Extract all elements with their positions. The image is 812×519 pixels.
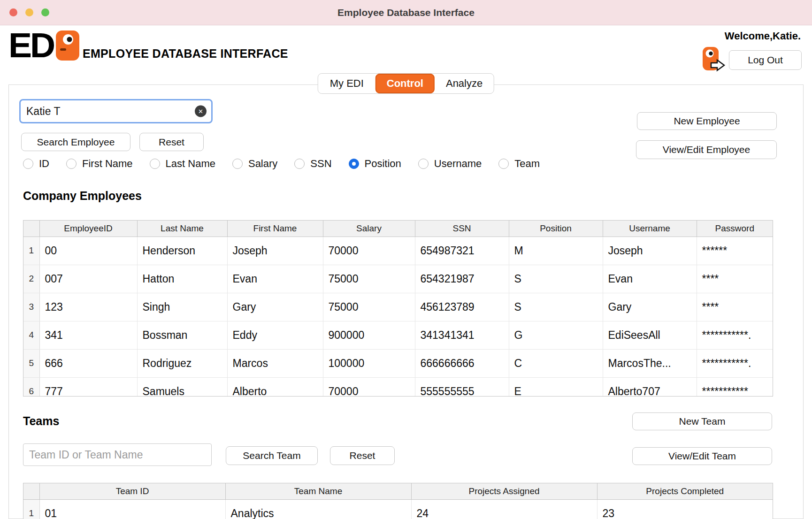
radio-label: Team bbox=[514, 158, 540, 170]
radio-position[interactable]: Position bbox=[349, 158, 401, 170]
radio-circle-icon bbox=[232, 159, 243, 169]
table-cell: 75000 bbox=[323, 293, 415, 321]
table-cell: 341 bbox=[39, 321, 137, 349]
column-header[interactable]: Last Name bbox=[137, 221, 227, 237]
search-team-button[interactable]: Search Team bbox=[226, 446, 318, 465]
table-row[interactable]: 4341BossmanEddy900000341341341GEdiSeesAl… bbox=[23, 321, 773, 349]
column-header[interactable]: Username bbox=[603, 221, 697, 237]
table-row[interactable]: 3123SinghGary75000456123789SGary**** bbox=[23, 293, 773, 321]
table-row[interactable]: 5666RodriguezMarcos100000666666666CMarco… bbox=[23, 349, 773, 377]
table-cell: 654321987 bbox=[415, 265, 509, 293]
column-header[interactable]: Password bbox=[697, 221, 773, 237]
column-header[interactable]: SSN bbox=[415, 221, 509, 237]
table-cell: 666666666 bbox=[415, 349, 509, 377]
employees-heading: Company Employees bbox=[23, 189, 142, 203]
radio-label: First Name bbox=[82, 158, 133, 170]
minimize-button[interactable] bbox=[25, 8, 33, 16]
radio-ssn[interactable]: SSN bbox=[294, 158, 331, 170]
tab-my-edi[interactable]: My EDI bbox=[318, 74, 375, 93]
table-cell: G bbox=[509, 321, 603, 349]
row-number: 1 bbox=[23, 237, 39, 265]
search-employee-button[interactable]: Search Employee bbox=[21, 133, 130, 151]
table-cell: 24 bbox=[411, 499, 597, 519]
clear-search-icon[interactable]: ✕ bbox=[195, 106, 207, 117]
new-team-button[interactable]: New Team bbox=[632, 412, 772, 430]
radio-last-name[interactable]: Last Name bbox=[150, 158, 215, 170]
table-cell: 666 bbox=[39, 349, 137, 377]
teams-table: Team IDTeam NameProjects AssignedProject… bbox=[23, 483, 773, 519]
table-cell: 75000 bbox=[323, 265, 415, 293]
radio-label: SSN bbox=[310, 158, 331, 170]
new-employee-button[interactable]: New Employee bbox=[637, 112, 777, 130]
reset-team-button[interactable]: Reset bbox=[330, 446, 395, 465]
table-cell: 70000 bbox=[323, 377, 415, 397]
radio-label: Last Name bbox=[166, 158, 215, 170]
table-cell: C bbox=[509, 349, 603, 377]
column-header[interactable]: Team Name bbox=[225, 483, 411, 499]
radio-salary[interactable]: Salary bbox=[232, 158, 277, 170]
radio-team[interactable]: Team bbox=[498, 158, 540, 170]
table-cell: Evan bbox=[227, 265, 323, 293]
employee-search-input[interactable] bbox=[19, 99, 213, 123]
column-header[interactable]: Team ID bbox=[39, 483, 225, 499]
column-header[interactable]: Position bbox=[509, 221, 603, 237]
table-cell: Alberto bbox=[227, 377, 323, 397]
table-cell: **** bbox=[697, 293, 773, 321]
tab-analyze[interactable]: Analyze bbox=[435, 74, 494, 93]
row-number-header bbox=[23, 483, 39, 499]
row-number: 6 bbox=[23, 377, 39, 397]
edi-robot-arrow-icon bbox=[702, 46, 726, 74]
table-cell: 777 bbox=[39, 377, 137, 397]
app-logo: ED bbox=[8, 28, 80, 63]
view-edit-employee-button[interactable]: View/Edit Employee bbox=[636, 140, 777, 159]
radio-circle-icon bbox=[23, 159, 33, 169]
table-cell: S bbox=[509, 265, 603, 293]
column-header[interactable]: EmployeeID bbox=[39, 221, 137, 237]
radio-first-name[interactable]: First Name bbox=[66, 158, 133, 170]
window-title: Employee Database Interface bbox=[337, 7, 475, 18]
table-row[interactable]: 101Analytics2423 bbox=[23, 499, 773, 519]
tab-bar: My EDIControlAnalyze bbox=[318, 73, 494, 94]
radio-username[interactable]: Username bbox=[418, 158, 482, 170]
column-header[interactable]: Projects Assigned bbox=[411, 483, 597, 499]
radio-label: Username bbox=[434, 158, 482, 170]
zoom-button[interactable] bbox=[41, 8, 49, 16]
table-cell: Hatton bbox=[137, 265, 227, 293]
table-row[interactable]: 2007HattonEvan75000654321987SEvan**** bbox=[23, 265, 773, 293]
table-cell: 00 bbox=[39, 237, 137, 265]
window-controls bbox=[9, 0, 49, 25]
tab-control[interactable]: Control bbox=[375, 74, 435, 93]
table-header-row: EmployeeIDLast NameFirst NameSalarySSNPo… bbox=[23, 221, 773, 237]
table-row[interactable]: 100HendersonJoseph70000654987321MJoseph*… bbox=[23, 237, 773, 265]
column-header[interactable]: Projects Completed bbox=[597, 483, 773, 499]
table-cell: Joseph bbox=[603, 237, 697, 265]
edi-robot-icon bbox=[55, 30, 80, 63]
view-edit-team-button[interactable]: View/Edit Team bbox=[632, 447, 772, 465]
table-cell: 007 bbox=[39, 265, 137, 293]
close-button[interactable] bbox=[9, 8, 17, 16]
table-cell: E bbox=[509, 377, 603, 397]
radio-id[interactable]: ID bbox=[23, 158, 49, 170]
radio-circle-icon bbox=[66, 159, 77, 169]
table-cell: Gary bbox=[603, 293, 697, 321]
table-cell: Singh bbox=[137, 293, 227, 321]
welcome-text: Welcome,Katie. bbox=[725, 30, 801, 42]
table-cell: 456123789 bbox=[415, 293, 509, 321]
row-number-header bbox=[23, 221, 39, 237]
column-header[interactable]: Salary bbox=[323, 221, 415, 237]
table-cell: ***********. bbox=[697, 321, 773, 349]
table-row[interactable]: 6777SamuelsAlberto70000555555555EAlberto… bbox=[23, 377, 773, 397]
reset-employee-button[interactable]: Reset bbox=[139, 133, 204, 151]
table-cell: Joseph bbox=[227, 237, 323, 265]
team-search-input[interactable] bbox=[23, 443, 212, 466]
table-cell: Bossman bbox=[137, 321, 227, 349]
radio-label: Salary bbox=[248, 158, 277, 170]
app-title: EMPLOYEE DATABASE INTERFACE bbox=[83, 47, 288, 61]
table-header-row: Team IDTeam NameProjects AssignedProject… bbox=[23, 483, 773, 499]
table-cell: Henderson bbox=[137, 237, 227, 265]
table-cell: 341341341 bbox=[415, 321, 509, 349]
logout-button[interactable]: Log Out bbox=[729, 50, 802, 70]
column-header[interactable]: First Name bbox=[227, 221, 323, 237]
titlebar: Employee Database Interface bbox=[0, 0, 812, 25]
table-cell: Eddy bbox=[227, 321, 323, 349]
